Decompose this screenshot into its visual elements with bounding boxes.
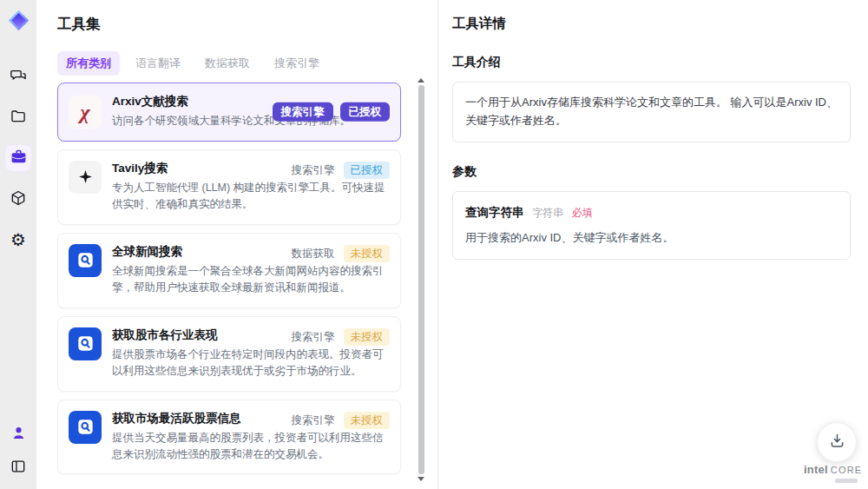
scroll-down-icon[interactable] (418, 477, 424, 481)
param-box: 查询字符串 字符串 必填 用于搜索的Arxiv ID、关键字或作者姓名。 (452, 191, 851, 261)
tool-badges: 搜索引擎未授权 (292, 328, 391, 347)
tab-data-acquisition[interactable]: 数据获取 (196, 51, 259, 76)
tool-title: 获取股市各行业表现 (112, 327, 277, 343)
sidebar-item-profile[interactable] (5, 421, 31, 447)
nav-rail: ⚙ (0, 0, 36, 489)
tool-title: Arxiv文献搜索 (112, 94, 277, 109)
category-badge: 搜索引擎 (273, 102, 333, 122)
brand-core: CORE (831, 465, 863, 475)
param-name: 查询字符串 (465, 206, 524, 219)
tool-description: 全球新闻搜索是一个聚合全球各大新闻网站内容的搜索引擎，帮助用户快速获取全球最新资… (112, 263, 386, 297)
brand-intel: intel (804, 463, 828, 476)
sidebar-item-toolbox[interactable] (5, 145, 31, 171)
download-button[interactable] (817, 422, 857, 462)
params-heading: 参数 (452, 164, 851, 180)
tool-card-stock-sector-performance[interactable]: 获取股市各行业表现提供股票市场各个行业在特定时间段内的表现。投资者可以利用这些信… (57, 316, 401, 392)
tool-description: 提供股票市场各个行业在特定时间段内的表现。投资者可以利用这些信息来识别表现优于或… (112, 347, 386, 380)
download-icon (828, 432, 846, 453)
list-scrollbar[interactable] (418, 78, 424, 481)
tool-description: 专为人工智能代理 (LLM) 构建的搜索引擎工具。可快速提供实时、准确和真实的结… (112, 180, 386, 214)
folder-icon (10, 108, 27, 128)
sidebar-item-chat[interactable] (5, 63, 31, 89)
category-badge: 搜索引擎 (292, 165, 335, 176)
tool-card-arxiv-search[interactable]: χArxiv文献搜索访问各个研究领域大量科学论文和文章的存储库。搜索引擎已授权 (57, 83, 401, 142)
category-badge: 搜索引擎 (292, 415, 335, 426)
tool-card-most-active-stocks[interactable]: 获取市场最活跃股票信息提供当天交易量最高的股票列表，投资者可以利用这些信息来识别… (57, 400, 401, 475)
param-type: 字符串 (532, 207, 563, 219)
auth-status-badge: 未授权 (344, 245, 391, 263)
scrollbar-thumb[interactable] (418, 85, 424, 474)
tab-search-engine[interactable]: 搜索引擎 (266, 51, 328, 76)
auth-status-badge: 未授权 (344, 328, 391, 347)
brand-subtext (835, 479, 858, 483)
briefcase-icon (10, 148, 28, 169)
category-tabs: 所有类别语言翻译数据获取搜索引擎 (57, 51, 417, 76)
auth-status-badge: 已授权 (340, 102, 391, 122)
tool-card-global-news-search[interactable]: 全球新闻搜索全球新闻搜索是一个聚合全球各大新闻网站内容的搜索引擎，帮助用户快速获… (57, 233, 401, 308)
tool-card-tavily-search[interactable]: Tavily搜索专为人工智能代理 (LLM) 构建的搜索引擎工具。可快速提供实时… (57, 149, 401, 225)
tool-logo-star-icon (69, 161, 102, 194)
rail-nav-items: ⚙ (5, 63, 31, 253)
rail-bottom-items (5, 421, 31, 480)
auth-status-badge: 未授权 (344, 412, 391, 430)
tool-title: Tavily搜索 (112, 161, 277, 176)
param-desc: 用于搜索的Arxiv ID、关键字或作者姓名。 (465, 229, 838, 248)
intel-core-logo: intelCORE (804, 461, 861, 483)
auth-status-badge: 已授权 (344, 162, 391, 180)
sidebar-item-files[interactable] (5, 104, 31, 130)
app-logo-icon (6, 8, 30, 32)
param-required-badge: 必填 (572, 207, 593, 219)
tool-logo-search-icon (69, 327, 102, 360)
page-title: 工具集 (57, 15, 417, 34)
tool-title: 全球新闻搜索 (112, 244, 277, 260)
sidebar-item-models[interactable] (5, 186, 31, 212)
chat-icon (10, 67, 27, 87)
tool-logo-arxiv-icon: χ (69, 96, 102, 129)
tool-logo-search-icon (69, 244, 102, 277)
gear-icon: ⚙ (10, 231, 26, 248)
tool-badges: 搜索引擎未授权 (292, 412, 391, 430)
category-badge: 搜索引擎 (292, 332, 335, 343)
tool-list: χArxiv文献搜索访问各个研究领域大量科学论文和文章的存储库。搜索引擎已授权T… (57, 83, 417, 479)
detail-title: 工具详情 (452, 15, 851, 33)
tool-logo-search-icon (69, 411, 102, 444)
sidebar-item-settings[interactable]: ⚙ (5, 227, 31, 253)
tab-all-categories[interactable]: 所有类别 (57, 51, 120, 76)
tool-title: 获取市场最活跃股票信息 (112, 411, 277, 426)
param-header: 查询字符串 字符串 必填 (465, 203, 838, 222)
tool-badges: 搜索引擎已授权 (292, 162, 391, 180)
cube-icon (10, 189, 27, 209)
app-window: ⚙ 工具集 所有类别语言翻译数据获取搜索引擎 χArxiv文献搜索访问各个研究领… (0, 0, 868, 489)
intro-text: 一个用于从Arxiv存储库搜索科学论文和文章的工具。 输入可以是Arxiv ID… (465, 96, 838, 127)
tool-detail-panel: 工具详情 工具介绍 一个用于从Arxiv存储库搜索科学论文和文章的工具。 输入可… (438, 0, 868, 489)
intro-heading: 工具介绍 (452, 55, 851, 70)
scroll-up-icon[interactable] (418, 78, 424, 83)
user-icon (10, 425, 27, 444)
tool-description: 提供当天交易量最高的股票列表，投资者可以利用这些信息来识别流动性强的股票和潜在的… (112, 430, 386, 464)
intro-box: 一个用于从Arxiv存储库搜索科学论文和文章的工具。 输入可以是Arxiv ID… (452, 82, 851, 142)
tool-badges: 数据获取未授权 (292, 245, 391, 263)
panel-layout-icon (10, 458, 27, 478)
sidebar-item-layout[interactable] (5, 454, 31, 480)
tab-language-translation[interactable]: 语言翻译 (127, 51, 189, 76)
category-badge: 数据获取 (292, 248, 335, 260)
tool-list-panel: 工具集 所有类别语言翻译数据获取搜索引擎 χArxiv文献搜索访问各个研究领域大… (36, 0, 437, 489)
tool-badges: 搜索引擎已授权 (273, 102, 391, 122)
